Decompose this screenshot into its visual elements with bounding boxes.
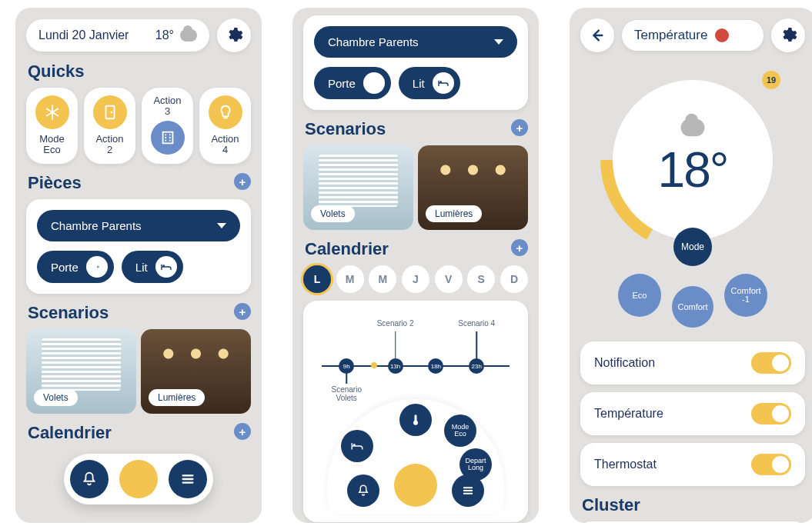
timeline-node-18h[interactable]: 18h xyxy=(428,358,443,374)
snowflake-icon xyxy=(35,95,69,129)
date-label: Lundi 20 Janvier xyxy=(38,28,129,42)
scenario-lumieres[interactable]: Lumières xyxy=(418,145,528,230)
toggle-label: Température xyxy=(594,407,663,421)
scenario-volets[interactable]: Volets xyxy=(303,145,413,230)
back-button[interactable] xyxy=(580,18,614,52)
scenario-lumieres[interactable]: Lumières xyxy=(141,329,251,414)
thermometer-icon xyxy=(409,413,423,427)
nav-home[interactable] xyxy=(119,460,158,498)
toggle-switch[interactable] xyxy=(751,352,791,374)
quick-mode-eco[interactable]: Mode Eco xyxy=(26,88,78,164)
mode-eco[interactable]: Eco xyxy=(618,274,661,317)
settings-button[interactable] xyxy=(771,18,805,52)
scenarios-row: Volets Lumières xyxy=(26,329,251,414)
chip-porte[interactable]: Porte xyxy=(314,67,391,99)
timeline-label: Scenario Volets xyxy=(332,385,362,402)
day-d[interactable]: D xyxy=(500,265,528,293)
date-weather-pill[interactable]: Lundi 20 Janvier 18° xyxy=(26,19,209,52)
target-temperature-badge: 19 xyxy=(762,71,780,89)
calendrier-header: Calendrier + xyxy=(26,414,251,449)
quicks-heading: Quicks xyxy=(28,62,251,82)
add-calendar-button[interactable]: + xyxy=(511,239,528,256)
day-s[interactable]: S xyxy=(467,265,495,293)
wheel-bed[interactable] xyxy=(341,430,373,462)
scenario-tag: Volets xyxy=(311,205,355,222)
bell-icon xyxy=(356,484,370,498)
building-icon xyxy=(151,121,185,155)
chip-lit[interactable]: Lit xyxy=(122,251,183,283)
day-v[interactable]: V xyxy=(435,265,463,293)
toggle-temperature: Température xyxy=(580,392,805,435)
scenarios-heading: Scenarios xyxy=(28,303,109,323)
quick-label: Action 2 xyxy=(95,134,123,155)
bed-icon xyxy=(350,439,364,453)
settings-button[interactable] xyxy=(217,18,251,52)
room-dropdown-label: Chambre Parents xyxy=(51,219,142,232)
scenario-tag: Lumières xyxy=(149,389,205,406)
mode-presets: Eco Comfort Comfort -1 xyxy=(580,274,805,328)
wheel-thermo[interactable] xyxy=(399,404,432,436)
mode-comfort[interactable]: Comfort xyxy=(672,286,713,328)
timeline: Scenario 2 Scenario 4 Scenario Volets 9h… xyxy=(314,315,517,407)
wheel-bell[interactable] xyxy=(347,474,379,507)
timeline-node-23h[interactable]: 23h xyxy=(469,358,484,374)
add-piece-button[interactable]: + xyxy=(234,173,251,190)
day-m2[interactable]: M xyxy=(369,265,396,293)
chip-porte[interactable]: Porte xyxy=(37,251,114,283)
timeline-node-13h[interactable]: 13h xyxy=(388,358,403,374)
room-dropdown[interactable]: Chambre Parents xyxy=(314,26,517,58)
day-m1[interactable]: M xyxy=(336,265,364,293)
wheel-menu[interactable] xyxy=(452,474,484,507)
menu-icon xyxy=(461,484,475,498)
scenario-volets[interactable]: Volets xyxy=(26,329,136,414)
quick-label: Mode Eco xyxy=(39,134,65,155)
bed-icon xyxy=(155,256,177,278)
action-wheel: Mode Eco Depart Long xyxy=(327,399,504,514)
chip-label: Porte xyxy=(51,261,79,274)
pieces-heading: Pièces xyxy=(28,173,82,193)
quick-label: Action 3 xyxy=(153,95,181,116)
add-scenario-button[interactable]: + xyxy=(234,303,251,320)
door-icon xyxy=(363,72,385,94)
toggle-switch[interactable] xyxy=(751,403,791,424)
nav-menu[interactable] xyxy=(169,460,207,498)
mode-comfort-minus[interactable]: Comfort -1 xyxy=(724,274,767,317)
timeline-marker xyxy=(371,362,377,368)
timeline-node-9h[interactable]: 9h xyxy=(339,358,354,374)
temperature-label: 18° xyxy=(155,28,174,42)
door-icon xyxy=(93,95,127,129)
top-bar: Température xyxy=(580,18,805,52)
timeline-card: Scenario 2 Scenario 4 Scenario Volets 9h… xyxy=(303,301,528,522)
chip-label: Porte xyxy=(328,77,356,90)
quick-action-2[interactable]: Action 2 xyxy=(84,88,135,164)
add-calendar-button[interactable]: + xyxy=(234,423,251,440)
scenarios-header: Scenarios + xyxy=(26,294,251,329)
room-dropdown[interactable]: Chambre Parents xyxy=(37,210,240,241)
toggle-switch[interactable] xyxy=(751,454,791,475)
thermostat-dial[interactable]: 18° 19 Mode xyxy=(600,68,785,252)
menu-icon xyxy=(179,471,196,488)
quicks-row: Mode Eco Action 2 Action 3 Action 4 xyxy=(26,88,251,164)
toggle-label: Notification xyxy=(594,356,655,370)
wheel-center-button[interactable] xyxy=(394,464,437,507)
wheel-mode-eco[interactable]: Mode Eco xyxy=(444,414,476,447)
pieces-card: Chambre Parents Porte Lit xyxy=(303,15,528,110)
thermostat-inner: 18° xyxy=(613,80,773,240)
quick-action-4[interactable]: Action 4 xyxy=(199,88,251,164)
mode-button[interactable]: Mode xyxy=(673,228,712,266)
day-j[interactable]: J xyxy=(402,265,429,293)
scenario-tag: Lumières xyxy=(426,205,482,222)
toggle-notification: Notification xyxy=(580,341,805,385)
timeline-label: Scenario 4 xyxy=(458,319,495,328)
svg-point-6 xyxy=(162,265,165,268)
nav-notifications[interactable] xyxy=(70,460,109,498)
day-l[interactable]: L xyxy=(303,265,331,293)
quick-label: Action 4 xyxy=(211,134,239,155)
add-scenario-button[interactable]: + xyxy=(511,119,528,136)
quick-action-3[interactable]: Action 3 xyxy=(142,88,193,164)
top-bar: Lundi 20 Janvier 18° xyxy=(26,18,251,52)
toggle-thermostat: Thermostat xyxy=(580,443,805,486)
chip-lit[interactable]: Lit xyxy=(399,67,460,99)
mode-pill[interactable]: Température xyxy=(622,20,764,51)
scenario-tag: Volets xyxy=(34,389,78,406)
